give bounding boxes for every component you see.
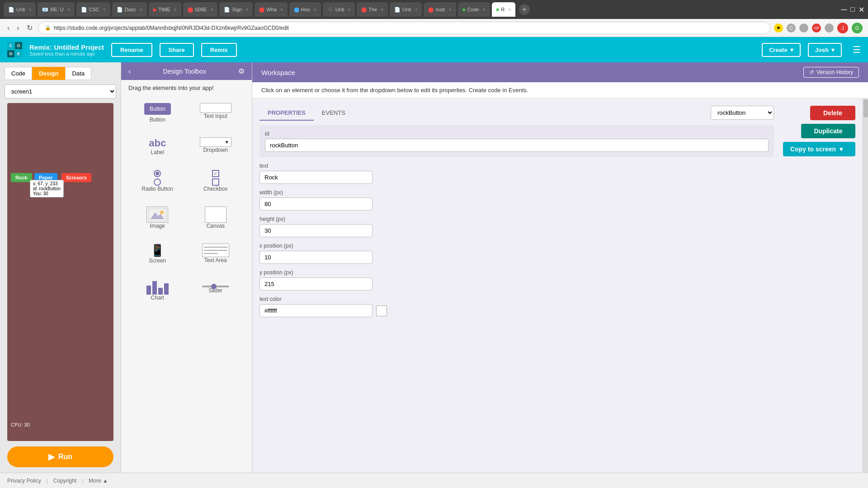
toolbox-back-button[interactable]: ‹ bbox=[128, 67, 131, 75]
design-toolbox: ‹ Design Toolbox ⚙ Drag the elements int… bbox=[121, 62, 252, 473]
tool-canvas[interactable]: Canvas bbox=[187, 199, 245, 236]
codeorg-logo: C O D E bbox=[7, 42, 22, 57]
scissors-button-preview[interactable]: Scissors bbox=[61, 173, 91, 182]
tab-5[interactable]: ▶ TIME × bbox=[149, 2, 181, 17]
extension-icon-2[interactable] bbox=[799, 23, 808, 33]
close-button[interactable]: ✕ bbox=[859, 5, 864, 14]
rock-button-preview[interactable]: Rock bbox=[11, 173, 32, 182]
x-input[interactable] bbox=[259, 251, 373, 264]
text-input[interactable] bbox=[259, 171, 373, 184]
tab-7[interactable]: 📄 Sign × bbox=[219, 2, 253, 17]
toolbox-settings-button[interactable]: ⚙ bbox=[238, 67, 245, 75]
share-button[interactable]: Share bbox=[160, 43, 194, 57]
cpu-info: CPU: 30 bbox=[11, 422, 30, 427]
tab-11[interactable]: ⬤ The × bbox=[357, 2, 388, 17]
tab-1[interactable]: 📄 Unti × bbox=[4, 2, 36, 17]
tab-6[interactable]: ⬤ S08E × bbox=[183, 2, 218, 17]
tab-12[interactable]: 📄 Unti × bbox=[390, 2, 422, 17]
tab-14[interactable]: ■ Code × bbox=[458, 2, 490, 17]
copyright-link[interactable]: Copyright bbox=[53, 478, 76, 484]
tab-10[interactable]: ➕ Unti × bbox=[323, 2, 355, 17]
tool-textarea[interactable]: Text Area bbox=[187, 236, 245, 271]
tab-3[interactable]: 📄 CSC × bbox=[76, 2, 110, 17]
remix-button[interactable]: Remix bbox=[201, 43, 237, 57]
dropdown-label: Dropdown bbox=[203, 147, 228, 153]
delete-button[interactable]: Delete bbox=[810, 106, 855, 120]
tool-radio[interactable]: Radio Button bbox=[128, 163, 187, 199]
copy-to-screen-button[interactable]: Copy to screen ▾ bbox=[783, 142, 855, 156]
tab-15-active[interactable]: ■ R × bbox=[492, 2, 515, 17]
more-link[interactable]: More ▲ bbox=[89, 478, 108, 484]
tool-chart[interactable]: Chart bbox=[128, 271, 187, 308]
url-bar[interactable]: 🔒 https://studio.code.org/projects/appla… bbox=[38, 22, 770, 34]
run-button[interactable]: ▶ Run bbox=[7, 446, 113, 467]
chart-label: Chart bbox=[151, 295, 164, 301]
bookmark-icon[interactable]: ★ bbox=[774, 23, 783, 33]
history-icon: ↺ bbox=[809, 69, 814, 75]
screen-select-dropdown[interactable]: screen1 bbox=[5, 84, 116, 99]
screen-selector: screen1 bbox=[5, 84, 116, 99]
game-info: CPU: 30 bbox=[11, 422, 30, 427]
workspace-panel: Workspace ↺ Version History Click on an … bbox=[252, 62, 868, 473]
user-menu-button[interactable]: Josh ▾ bbox=[808, 43, 842, 57]
tool-label[interactable]: abc Label bbox=[128, 130, 187, 163]
label-preview: abc bbox=[149, 137, 166, 149]
width-field-row: width (px) bbox=[259, 189, 774, 211]
tab-properties[interactable]: PROPERTIES bbox=[259, 106, 314, 121]
tool-text-input[interactable]: Text Input bbox=[187, 96, 245, 130]
adblock-icon[interactable]: AP bbox=[812, 23, 821, 33]
height-input[interactable] bbox=[259, 224, 373, 237]
width-input[interactable] bbox=[259, 197, 373, 211]
tool-image[interactable]: Image bbox=[128, 199, 187, 236]
duplicate-button[interactable]: Duplicate bbox=[801, 124, 855, 138]
profile-icon[interactable]: G bbox=[852, 23, 863, 33]
y-input[interactable] bbox=[259, 277, 373, 291]
id-input[interactable] bbox=[265, 139, 769, 152]
tab-8[interactable]: ⬤ Wha × bbox=[255, 2, 287, 17]
back-button[interactable]: ‹ bbox=[5, 22, 11, 34]
element-selector-dropdown[interactable]: rockButton bbox=[711, 106, 774, 120]
reload-button[interactable]: ↻ bbox=[25, 22, 34, 34]
extension-icon-1[interactable]: C bbox=[787, 23, 796, 33]
new-tab-button[interactable]: + bbox=[519, 4, 530, 15]
tab-design[interactable]: Design bbox=[32, 67, 65, 80]
privacy-policy-link[interactable]: Privacy Policy bbox=[7, 478, 41, 484]
tab-2[interactable]: 📧 RE: U × bbox=[38, 2, 74, 17]
tab-data[interactable]: Data bbox=[65, 67, 91, 80]
tab-code[interactable]: Code bbox=[5, 67, 32, 80]
tab-events[interactable]: EVENTS bbox=[314, 106, 354, 121]
tool-screen[interactable]: 📱 Screen bbox=[128, 236, 187, 271]
scrollbar[interactable] bbox=[863, 99, 868, 473]
tooltip-id: id: rockButton bbox=[33, 186, 61, 191]
tab-13[interactable]: ⬤ Instr × bbox=[424, 2, 456, 17]
logo-cell-c: C bbox=[7, 42, 14, 49]
user-avatar[interactable]: J bbox=[837, 23, 848, 33]
tool-slider[interactable]: Slider bbox=[187, 271, 245, 308]
svg-point-1 bbox=[160, 211, 164, 214]
footer: Privacy Policy | Copyright | More ▲ bbox=[0, 473, 868, 488]
tab-9[interactable]: ⬤ Hon × bbox=[289, 2, 321, 17]
text-color-group bbox=[259, 304, 774, 317]
text-color-input[interactable] bbox=[259, 304, 373, 317]
color-swatch[interactable] bbox=[376, 305, 387, 316]
workspace-instruction: Click on an element or choose it from th… bbox=[252, 82, 868, 99]
radio-preview bbox=[154, 170, 161, 186]
scrollbar-thumb[interactable] bbox=[863, 99, 868, 117]
minimize-button[interactable]: ─ bbox=[841, 5, 847, 14]
extension-icon-3[interactable] bbox=[825, 23, 834, 33]
tool-button[interactable]: Button Button bbox=[128, 96, 187, 130]
tool-checkbox[interactable]: ✓ Checkbox bbox=[187, 163, 245, 199]
text-label: text bbox=[259, 163, 774, 169]
logo-cell-o: O bbox=[15, 42, 22, 49]
forward-button[interactable]: › bbox=[15, 22, 21, 34]
create-button[interactable]: Create ▾ bbox=[762, 43, 800, 57]
version-history-button[interactable]: ↺ Version History bbox=[803, 67, 859, 78]
maximize-button[interactable]: □ bbox=[850, 5, 855, 14]
url-text: https://studio.code.org/projects/applab/… bbox=[54, 25, 289, 31]
rename-button[interactable]: Rename bbox=[111, 43, 152, 57]
id-label: id bbox=[265, 131, 769, 137]
user-chevron-icon: ▾ bbox=[831, 47, 835, 53]
hamburger-menu[interactable]: ☰ bbox=[853, 44, 861, 55]
tab-4[interactable]: 📄 Dasc × bbox=[112, 2, 147, 17]
tool-dropdown[interactable]: ▾ Dropdown bbox=[187, 130, 245, 163]
